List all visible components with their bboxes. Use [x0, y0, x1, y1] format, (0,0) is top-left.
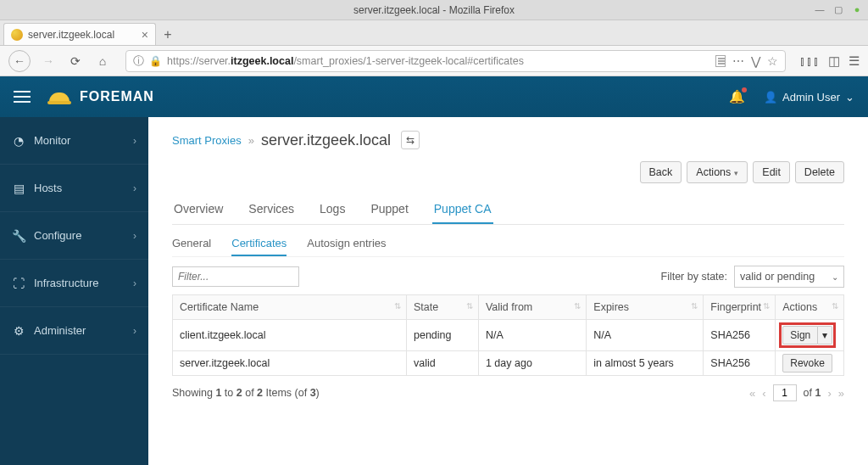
breadcrumb: Smart Proxies » server.itzgeek.local ⇆ [172, 131, 844, 149]
sort-icon: ⇅ [832, 301, 837, 311]
back-button[interactable]: Back [640, 161, 682, 183]
main-tabs: Overview Services Logs Puppet Puppet CA [172, 195, 844, 225]
pager-first-button[interactable]: « [749, 387, 755, 400]
library-icon[interactable]: ⫿⫿⫿ [799, 53, 820, 68]
sidebar-toggle-button[interactable] [14, 91, 31, 103]
showing-text: Showing 1 to 2 of 2 Items (of 3) [172, 387, 320, 399]
sitemap-icon: ⛶ [12, 277, 25, 290]
wrench-icon: 🔧 [12, 229, 25, 243]
tab-close-icon[interactable]: × [142, 28, 148, 42]
col-state[interactable]: State⇅ [407, 295, 479, 320]
pager-prev-button[interactable]: ‹ [762, 387, 765, 400]
pager-last-button[interactable]: » [838, 387, 844, 400]
filter-state-label: Filter by state: [661, 271, 728, 283]
sort-icon: ⇅ [394, 301, 399, 311]
sidebar-item-hosts[interactable]: ▤Hosts › [0, 165, 148, 212]
cell-fingerprint: SHA256 [704, 320, 776, 351]
subtab-certificates[interactable]: Certificates [231, 230, 287, 256]
cell-actions: Sign ▾ [776, 320, 844, 351]
chevron-right-icon: › [133, 182, 136, 194]
switcher-button[interactable]: ⇆ [401, 131, 420, 149]
filter-state-select[interactable]: valid or pending ⌄ [734, 266, 844, 288]
sidebar-toggle-icon[interactable]: ◫ [828, 53, 840, 69]
pager: « ‹ of 1 › » [749, 384, 844, 401]
site-info-icon[interactable]: ⓘ [133, 53, 144, 69]
pager-of-label: of 1 [804, 387, 821, 399]
nav-reload-button[interactable]: ⟳ [66, 52, 85, 70]
hardhat-icon [47, 89, 71, 104]
sidebar-item-monitor[interactable]: ◔Monitor › [0, 117, 148, 165]
edit-button[interactable]: Edit [753, 161, 790, 183]
sign-dropdown-button[interactable]: ▾ [818, 326, 832, 345]
sidebar-item-label: Administer [34, 324, 86, 337]
sort-icon: ⇅ [466, 301, 471, 311]
cell-valid-from: 1 day ago [478, 351, 586, 376]
filter-state-value: valid or pending [740, 271, 815, 283]
nav-forward-button[interactable]: → [39, 52, 58, 70]
url-bar[interactable]: ⓘ 🔒 https://server.itzgeek.local/smart_p… [125, 50, 786, 72]
close-icon[interactable]: ● [851, 4, 863, 15]
sidebar-item-label: Hosts [34, 182, 62, 194]
page-actions-icon[interactable]: ⋯ [732, 54, 744, 68]
caret-down-icon: ▾ [734, 169, 738, 177]
table-footer: Showing 1 to 2 of 2 Items (of 3) « ‹ of … [172, 384, 844, 401]
sign-button[interactable]: Sign [782, 326, 818, 345]
nav-back-button[interactable]: ← [8, 50, 31, 72]
bookmark-icon[interactable]: ☆ [767, 54, 778, 68]
sidebar-item-configure[interactable]: 🔧Configure › [0, 212, 148, 260]
filter-state-group: Filter by state: valid or pending ⌄ [661, 266, 845, 288]
browser-tab[interactable]: server.itzgeek.local × [3, 23, 156, 45]
sort-icon: ⇅ [691, 301, 696, 311]
user-menu-button[interactable]: 👤 Admin User ⌄ [764, 91, 854, 104]
brand-label: FOREMAN [80, 89, 154, 104]
sidebar-item-infrastructure[interactable]: ⛶Infrastructure › [0, 260, 148, 307]
gear-icon: ⚙ [12, 324, 25, 338]
new-tab-button[interactable]: + [156, 25, 180, 45]
chevron-right-icon: › [133, 325, 136, 337]
pager-page-input[interactable] [773, 384, 797, 401]
cell-expires: in almost 5 years [587, 351, 704, 376]
chevron-right-icon: › [133, 230, 136, 242]
reader-mode-icon[interactable] [715, 55, 726, 67]
subtab-general[interactable]: General [172, 230, 211, 256]
table-row: client.itzgeek.local pending N/A N/A SHA… [173, 320, 844, 351]
filter-input[interactable] [172, 266, 299, 287]
pager-next-button[interactable]: › [827, 387, 831, 400]
delete-button[interactable]: Delete [795, 161, 844, 183]
breadcrumb-current: server.itzgeek.local [261, 132, 391, 149]
pocket-icon[interactable]: ⋁ [751, 54, 760, 68]
col-cert-name[interactable]: Certificate Name⇅ [173, 295, 407, 320]
brand-logo[interactable]: FOREMAN [47, 89, 154, 104]
page-toolbar: Back Actions▾ Edit Delete [172, 161, 844, 183]
certificates-table: Certificate Name⇅ State⇅ Valid from⇅ Exp… [172, 294, 844, 376]
tab-logs[interactable]: Logs [318, 195, 347, 224]
tab-puppet-ca[interactable]: Puppet CA [432, 195, 493, 224]
col-fingerprint[interactable]: Fingerprint⇅ [704, 295, 776, 320]
tab-services[interactable]: Services [247, 195, 296, 224]
cell-cert-name: client.itzgeek.local [173, 320, 407, 351]
sidebar-item-administer[interactable]: ⚙Administer › [0, 307, 148, 355]
cell-cert-name: server.itzgeek.local [173, 351, 407, 376]
tab-overview[interactable]: Overview [172, 195, 225, 224]
chevron-right-icon: › [133, 277, 136, 289]
sidebar-item-label: Configure [34, 229, 81, 242]
actions-button[interactable]: Actions▾ [687, 161, 748, 183]
menu-icon[interactable]: ☰ [849, 53, 860, 69]
app-header: FOREMAN 🔔 👤 Admin User ⌄ [0, 76, 868, 117]
lock-icon: 🔒 [149, 55, 162, 67]
tab-puppet[interactable]: Puppet [369, 195, 409, 224]
os-window-controls: — ▢ ● [814, 4, 863, 15]
col-valid-from[interactable]: Valid from⇅ [478, 295, 586, 320]
notifications-icon[interactable]: 🔔 [729, 89, 745, 104]
minimize-icon[interactable]: — [814, 4, 826, 15]
os-titlebar: server.itzgeek.local - Mozilla Firefox —… [0, 0, 868, 20]
breadcrumb-root-link[interactable]: Smart Proxies [172, 134, 242, 147]
col-expires[interactable]: Expires⇅ [587, 295, 704, 320]
cell-expires: N/A [587, 320, 704, 351]
sort-icon: ⇅ [763, 301, 768, 311]
revoke-button[interactable]: Revoke [782, 354, 832, 373]
subtab-autosign[interactable]: Autosign entries [307, 230, 386, 256]
cell-state: valid [407, 351, 479, 376]
maximize-icon[interactable]: ▢ [832, 4, 844, 15]
nav-home-button[interactable]: ⌂ [93, 52, 112, 70]
